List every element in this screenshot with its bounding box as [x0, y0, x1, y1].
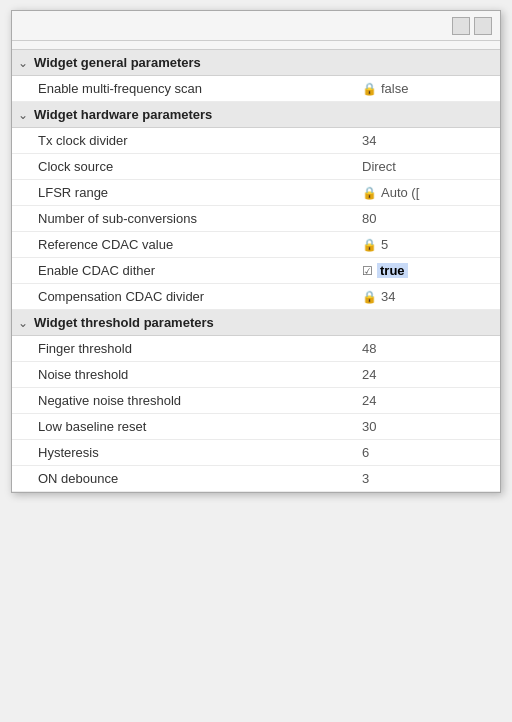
param-value-text: true [377, 263, 408, 278]
param-name: Low baseline reset [38, 419, 362, 434]
param-value-text: 34 [362, 133, 376, 148]
section-label-threshold: Widget threshold parameters [34, 315, 214, 330]
widget-sensor-parameters-window: ⌄ Widget general parameters Enable multi… [11, 10, 501, 493]
param-name: Number of sub-conversions [38, 211, 362, 226]
table-row: Enable multi-frequency scan 🔒false [12, 76, 500, 102]
param-value-text: 5 [381, 237, 388, 252]
param-value: 🔒34 [362, 289, 492, 304]
title-bar [12, 11, 500, 41]
param-value: 30 [362, 419, 492, 434]
table-row: Hysteresis 6 [12, 440, 500, 466]
param-value: ☑true [362, 263, 492, 278]
section-label-hardware: Widget hardware parameters [34, 107, 212, 122]
param-value: Direct [362, 159, 492, 174]
lock-icon: 🔒 [362, 290, 377, 304]
lock-icon: 🔒 [362, 186, 377, 200]
table-row: Clock source Direct [12, 154, 500, 180]
param-name: Tx clock divider [38, 133, 362, 148]
param-value: 80 [362, 211, 492, 226]
param-value-text: Auto ([ [381, 185, 419, 200]
param-name: Negative noise threshold [38, 393, 362, 408]
param-value-text: false [381, 81, 408, 96]
param-name: Clock source [38, 159, 362, 174]
restore-button[interactable] [452, 17, 470, 35]
param-value: 6 [362, 445, 492, 460]
table-row: Finger threshold 48 [12, 336, 500, 362]
column-headers [12, 41, 500, 50]
table-row: Reference CDAC value 🔒5 [12, 232, 500, 258]
lock-icon: 🔒 [362, 238, 377, 252]
param-name: Noise threshold [38, 367, 362, 382]
chevron-icon: ⌄ [18, 316, 30, 330]
param-value: 34 [362, 133, 492, 148]
chevron-icon: ⌄ [18, 56, 30, 70]
param-name: Enable CDAC dither [38, 263, 362, 278]
param-name: ON debounce [38, 471, 362, 486]
table-row: Negative noise threshold 24 [12, 388, 500, 414]
param-value: 🔒false [362, 81, 492, 96]
window-controls [452, 17, 492, 35]
section-header-hardware[interactable]: ⌄ Widget hardware parameters [12, 102, 500, 128]
table-row: Tx clock divider 34 [12, 128, 500, 154]
table-row: Noise threshold 24 [12, 362, 500, 388]
param-name: Enable multi-frequency scan [38, 81, 362, 96]
param-value-text: 30 [362, 419, 376, 434]
param-value: 24 [362, 367, 492, 382]
param-value-text: 24 [362, 393, 376, 408]
checkbox-icon: ☑ [362, 264, 373, 278]
param-value-text: 6 [362, 445, 369, 460]
param-name: Compensation CDAC divider [38, 289, 362, 304]
param-value: 24 [362, 393, 492, 408]
param-name: Hysteresis [38, 445, 362, 460]
section-header-threshold[interactable]: ⌄ Widget threshold parameters [12, 310, 500, 336]
param-name: LFSR range [38, 185, 362, 200]
param-value-text: 24 [362, 367, 376, 382]
lock-icon: 🔒 [362, 82, 377, 96]
param-name: Finger threshold [38, 341, 362, 356]
param-name: Reference CDAC value [38, 237, 362, 252]
section-label-general: Widget general parameters [34, 55, 201, 70]
table-row: Number of sub-conversions 80 [12, 206, 500, 232]
param-value-text: 34 [381, 289, 395, 304]
param-value: 3 [362, 471, 492, 486]
section-header-general[interactable]: ⌄ Widget general parameters [12, 50, 500, 76]
param-value-text: Direct [362, 159, 396, 174]
chevron-icon: ⌄ [18, 108, 30, 122]
param-value-text: 3 [362, 471, 369, 486]
param-value: 48 [362, 341, 492, 356]
table-row: Enable CDAC dither ☑true [12, 258, 500, 284]
table-row: Low baseline reset 30 [12, 414, 500, 440]
param-value: 🔒5 [362, 237, 492, 252]
table-row: ON debounce 3 [12, 466, 500, 492]
close-button[interactable] [474, 17, 492, 35]
param-value-text: 48 [362, 341, 376, 356]
param-value-text: 80 [362, 211, 376, 226]
table-row: Compensation CDAC divider 🔒34 [12, 284, 500, 310]
param-value: 🔒Auto ([ [362, 185, 492, 200]
table-row: LFSR range 🔒Auto ([ [12, 180, 500, 206]
parameter-table: ⌄ Widget general parameters Enable multi… [12, 50, 500, 492]
